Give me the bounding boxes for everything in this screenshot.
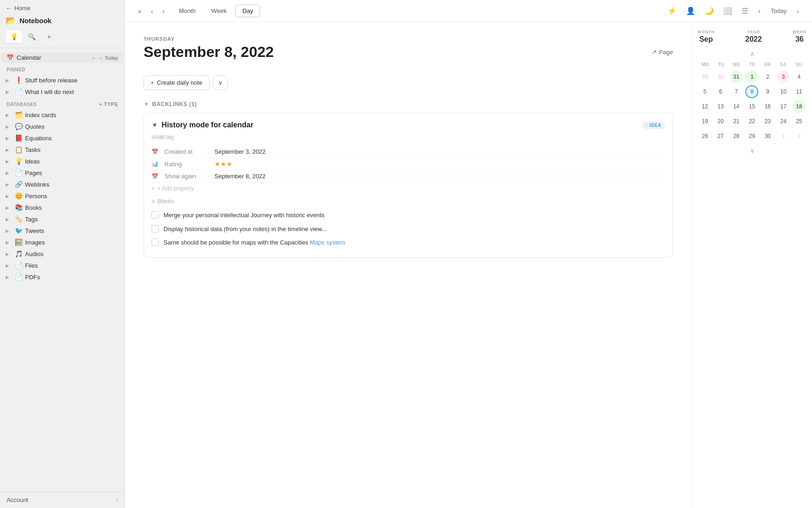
property-value-0[interactable]: September 3, 2022 bbox=[214, 148, 266, 155]
calendar-day-4-3[interactable]: 29 bbox=[745, 130, 758, 143]
calendar-day-4-0[interactable]: 26 bbox=[699, 130, 711, 143]
backlinks-header[interactable]: ▼ Backlinks (1) bbox=[144, 101, 673, 107]
calendar-day-2-3[interactable]: 15 bbox=[745, 100, 758, 113]
user-icon-btn[interactable]: 👤 bbox=[684, 5, 697, 17]
home-link[interactable]: ← Home bbox=[6, 5, 119, 12]
chevron-right-icon: ▶ bbox=[6, 182, 12, 187]
sidebar-item-ideas[interactable]: ▶ 💡 Ideas bbox=[2, 156, 123, 167]
calendar-day-3-2[interactable]: 21 bbox=[730, 115, 743, 128]
calendar-day-2-4[interactable]: 16 bbox=[761, 100, 774, 113]
property-name-0: Created at bbox=[164, 148, 211, 155]
calendar-day-1-0[interactable]: 5 bbox=[699, 85, 711, 98]
sidebar-item-images[interactable]: ▶ 🖼️ Images bbox=[2, 237, 123, 248]
tab-day[interactable]: Day bbox=[235, 5, 260, 17]
calendar-day-3-1[interactable]: 20 bbox=[714, 115, 727, 128]
sidebar-item-pdfs[interactable]: ▶ 📄 PDFs bbox=[2, 271, 123, 282]
todo-item-2: Same should be possible for maps with th… bbox=[151, 236, 665, 250]
calendar-day-1-3[interactable]: 8 bbox=[745, 85, 758, 98]
todo-checkbox-0[interactable] bbox=[151, 211, 159, 219]
calendar-day-3-5[interactable]: 24 bbox=[777, 115, 790, 128]
add-type-btn[interactable]: + Type bbox=[99, 101, 118, 107]
calendar-day-0-6[interactable]: 4 bbox=[793, 70, 806, 83]
todo-checkbox-2[interactable] bbox=[151, 238, 159, 246]
add-property-btn[interactable]: + + Add property bbox=[151, 182, 665, 194]
layout-icon-btn[interactable]: ⬜ bbox=[721, 5, 734, 17]
property-show-again: 📅 Show again September 8, 2022 bbox=[151, 170, 665, 182]
calendar-next-btn[interactable]: ∨ bbox=[748, 146, 756, 155]
db-item-2-label: Equations bbox=[25, 135, 118, 142]
calendar-day-2-2[interactable]: 14 bbox=[730, 100, 743, 113]
forward-btn[interactable]: › bbox=[158, 6, 168, 17]
sidebar-item-weblinks[interactable]: ▶ 🔗 Weblinks bbox=[2, 179, 123, 190]
toolbar-left: « ‹ › Month Week Day bbox=[134, 5, 260, 17]
calendar-day-4-4[interactable]: 30 bbox=[761, 130, 774, 143]
account-label[interactable]: Account bbox=[6, 496, 28, 503]
property-value-1[interactable]: ★★★ bbox=[214, 160, 233, 168]
sidebar-item-quotes[interactable]: ▶ 💬 Quotes bbox=[2, 121, 123, 132]
sidebar-item-tweets[interactable]: ▶ 🐦 Tweets bbox=[2, 225, 123, 236]
quotes-icon: 💬 bbox=[15, 123, 22, 130]
add-icon-btn[interactable]: + bbox=[41, 30, 57, 43]
calendar-day-0-1[interactable]: 30 bbox=[714, 70, 727, 83]
calendar-day-3-4[interactable]: 23 bbox=[761, 115, 774, 128]
collapse-arrow[interactable]: ▼ bbox=[151, 121, 158, 129]
calendar-day-1-6[interactable]: 11 bbox=[793, 85, 806, 98]
calendar-day-4-5[interactable]: 1 bbox=[777, 130, 790, 143]
calendar-day-2-6[interactable]: 18 bbox=[793, 100, 806, 113]
calendar-day-1-5[interactable]: 10 bbox=[777, 85, 790, 98]
todo-text-1: Display historical data (from your notes… bbox=[164, 225, 665, 234]
sidebar-item-what-i-will-do-next[interactable]: ▶ 📄 What I will do next bbox=[2, 86, 123, 97]
sidebar-item-tasks[interactable]: ▶ 📋 Tasks bbox=[2, 144, 123, 155]
maps-system-link[interactable]: Maps system bbox=[310, 239, 346, 246]
calendar-day-4-2[interactable]: 28 bbox=[730, 130, 743, 143]
sidebar-collapse-btn[interactable]: « bbox=[134, 6, 145, 17]
calendar-day-1-2[interactable]: 7 bbox=[730, 85, 743, 98]
sidebar-item-index-cards[interactable]: ▶ 🗂️ Index cards bbox=[2, 109, 123, 120]
calendar-day-2-1[interactable]: 13 bbox=[714, 100, 727, 113]
calendar-prev-btn[interactable]: ∧ bbox=[748, 49, 756, 58]
menu-icon-btn[interactable]: ☰ bbox=[740, 5, 750, 17]
calendar-day-0-4[interactable]: 2 bbox=[761, 70, 774, 83]
chevron-right-icon: ▶ bbox=[6, 113, 12, 118]
tab-month[interactable]: Month bbox=[172, 5, 202, 17]
search-icon-btn[interactable]: 🔍 bbox=[23, 30, 40, 43]
calendar-day-0-2[interactable]: 31 bbox=[730, 70, 743, 83]
sidebar-item-equations[interactable]: ▶ 📕 Equations bbox=[2, 132, 123, 144]
property-value-2[interactable]: September 8, 2022 bbox=[214, 173, 266, 180]
sidebar-item-audios[interactable]: ▶ 🎵 Audios bbox=[2, 248, 123, 259]
back-btn[interactable]: ‹ bbox=[147, 6, 157, 17]
create-daily-note-btn[interactable]: + Create daily note bbox=[144, 75, 209, 90]
calendar-day-4-6[interactable]: 2 bbox=[793, 130, 806, 143]
sidebar-item-pages[interactable]: ▶ 📄 Pages bbox=[2, 167, 123, 178]
zap-icon-btn[interactable]: ⚡ bbox=[666, 5, 679, 17]
calendar-day-2-5[interactable]: 17 bbox=[777, 100, 790, 113]
prev-day-btn[interactable]: ‹ bbox=[755, 6, 764, 17]
calendar-day-2-0[interactable]: 12 bbox=[699, 100, 711, 113]
today-btn[interactable]: Today bbox=[767, 6, 791, 16]
calendar-day-0-0[interactable]: 29 bbox=[699, 70, 711, 83]
calendar-day-3-0[interactable]: 19 bbox=[699, 115, 711, 128]
next-day-btn[interactable]: › bbox=[793, 6, 803, 17]
calendar-day-4-1[interactable]: 27 bbox=[714, 130, 727, 143]
sidebar-item-books[interactable]: ▶ 📚 Books bbox=[2, 202, 123, 213]
calendar-day-3-6[interactable]: 25 bbox=[793, 115, 806, 128]
add-tag-btn[interactable]: #Add tag bbox=[151, 134, 665, 140]
calendar-day-1-1[interactable]: 6 bbox=[714, 85, 727, 98]
sidebar-item-tags[interactable]: ▶ 🏷️ Tags bbox=[2, 213, 123, 225]
page-link[interactable]: ↗ Page bbox=[652, 49, 673, 56]
calendar-day-0-5[interactable]: 3 bbox=[777, 70, 790, 83]
bulb-icon-btn[interactable]: 💡 bbox=[6, 30, 22, 43]
calendar-day-0-3[interactable]: 1 bbox=[745, 70, 758, 83]
sidebar-item-calendar[interactable]: 📅 Calendar → → Today bbox=[2, 52, 123, 63]
create-note-dropdown-btn[interactable]: ∨ bbox=[213, 75, 228, 90]
sidebar-item-persons[interactable]: ▶ 😊 Persons bbox=[2, 190, 123, 201]
tab-week[interactable]: Week bbox=[204, 5, 233, 17]
sidebar-item-stuff-before-release[interactable]: ▶ ❗ Stuff before release bbox=[2, 75, 123, 86]
day-view: Thursday September 8, 2022 ↗ Page + Crea… bbox=[125, 22, 692, 508]
sidebar-item-files[interactable]: ▶ 📄 Files bbox=[2, 260, 123, 271]
calendar-day-3-3[interactable]: 22 bbox=[745, 115, 758, 128]
calendar-day-1-4[interactable]: 9 bbox=[761, 85, 774, 98]
todo-checkbox-1[interactable] bbox=[151, 225, 159, 232]
moon-icon-btn[interactable]: 🌙 bbox=[703, 5, 716, 17]
chevron-right-icon: ▶ bbox=[6, 170, 12, 176]
